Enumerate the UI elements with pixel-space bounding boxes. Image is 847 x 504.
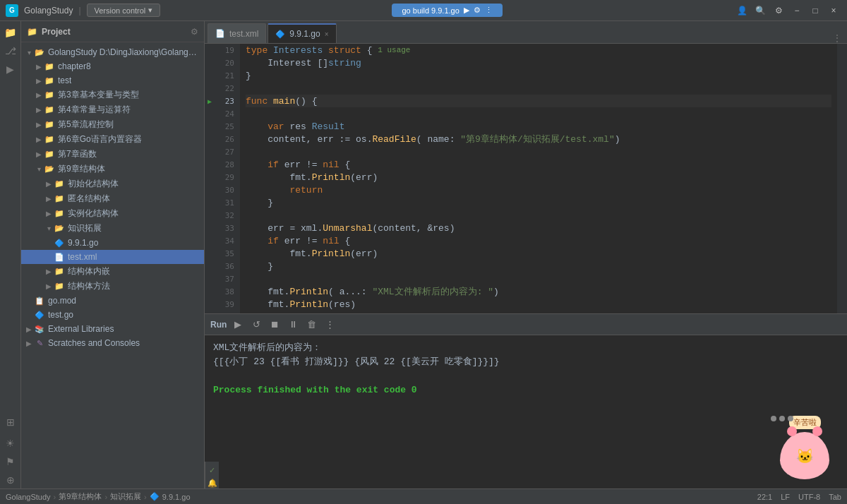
run-toolbar: Run ▶ ↺ ⏹ ⏸ 🗑 ⋮ bbox=[205, 314, 847, 335]
right-sidebar-icon-check[interactable]: ✓ bbox=[207, 464, 218, 476]
code-line-35: fmt.Println(err) bbox=[246, 247, 831, 260]
build-run-button[interactable]: go build 9.9.1.go ▶ ⚙ ⋮ bbox=[392, 4, 502, 17]
tree-item-ch7[interactable]: ▶ 📁 第7章函数 bbox=[21, 147, 204, 162]
settings-gear-icon[interactable]: ⚙ bbox=[771, 3, 786, 18]
tree-label: go.mod bbox=[48, 296, 76, 306]
breadcrumb-file: 9.9.1.go bbox=[162, 493, 191, 501]
tree-item-struct-method[interactable]: ▶ 📁 结构体方法 bbox=[21, 279, 204, 294]
breadcrumb-item: 第9章结构体 bbox=[59, 491, 102, 502]
folder-icon: 📂 bbox=[34, 47, 45, 58]
tab-test.xml[interactable]: 📄 test.xml bbox=[208, 23, 266, 43]
window-controls: 👤 🔍 ⚙ − □ × bbox=[734, 3, 841, 18]
tree-item-ch3[interactable]: ▶ 📁 第3章基本变量与类型 bbox=[21, 88, 204, 102]
tree-item-ch5[interactable]: ▶ 📁 第5章流程控制 bbox=[21, 117, 204, 132]
code-line-21: } bbox=[246, 69, 831, 82]
close-button[interactable]: × bbox=[826, 3, 841, 18]
project-settings-icon[interactable]: ⚙ bbox=[191, 27, 198, 37]
tree-label: 实例化结构体 bbox=[68, 208, 119, 220]
gutter-line: 27 bbox=[205, 145, 240, 158]
mascot-dot bbox=[771, 416, 776, 421]
project-tree: ▾ 📂 GolangStudy D:\DingJiaxiong\GolangSt… bbox=[21, 42, 204, 488]
code-line-29: fmt.Println(err) bbox=[246, 171, 831, 184]
mascot-dot bbox=[788, 416, 793, 421]
right-sidebar-icon-notify[interactable]: 🔔 bbox=[207, 477, 218, 488]
code-line-20: Interest []string bbox=[246, 56, 831, 69]
gutter-line: 19 bbox=[205, 44, 240, 56]
tree-item-test.go[interactable]: 🔷 test.go bbox=[21, 308, 204, 322]
search-icon[interactable]: 🔍 bbox=[752, 3, 768, 18]
app-name: GolangStudy bbox=[24, 6, 73, 16]
sidebar-icon-bookmark[interactable]: ⚑ bbox=[2, 453, 19, 470]
tree-label: 9.9.1.go bbox=[68, 238, 98, 248]
tree-item-9.9.1.go[interactable]: 🔷 9.9.1.go bbox=[21, 236, 204, 250]
cursor-position[interactable]: 22:1 bbox=[757, 493, 772, 501]
tree-item-test[interactable]: ▶ 📁 test bbox=[21, 73, 204, 88]
code-editor[interactable]: 19 20 21 22 ▶23 24 25 26 27 28 29 30 31 … bbox=[205, 44, 847, 313]
code-line-34: if err != nil { bbox=[246, 234, 831, 247]
code-content[interactable]: type Interests struct { 1 usage Interest… bbox=[240, 44, 837, 313]
code-line-38: fmt.Println( a...: "XML文件解析后的内容为: ") bbox=[246, 285, 831, 298]
minimize-button[interactable]: − bbox=[789, 3, 805, 18]
sidebar-icon-event[interactable]: ☀ bbox=[2, 435, 19, 452]
folder-icon: 📁 bbox=[54, 281, 65, 292]
tree-item-scratches[interactable]: ▶ ✎ Scratches and Consoles bbox=[21, 336, 204, 350]
mascot-dots bbox=[771, 416, 793, 421]
line-ending[interactable]: LF bbox=[781, 493, 790, 501]
tree-item-struct-inner[interactable]: ▶ 📁 结构体内嵌 bbox=[21, 264, 204, 279]
arrow-icon: ▶ bbox=[44, 195, 54, 203]
stop-button[interactable]: ⏹ bbox=[268, 318, 282, 332]
tree-item-example-struct[interactable]: ▶ 📁 实例化结构体 bbox=[21, 206, 204, 221]
gutter-line: 22 bbox=[205, 82, 240, 95]
tree-item-chapter8[interactable]: ▶ 📁 chapter8 bbox=[21, 59, 204, 73]
tree-item-ch4[interactable]: ▶ 📁 第4章常量与运算符 bbox=[21, 102, 204, 117]
code-line-33: err = xml.Unmarshal(content, &res) bbox=[246, 222, 831, 234]
gutter-line: 32 bbox=[205, 209, 240, 222]
arrow-icon: ▶ bbox=[34, 63, 44, 71]
tree-item-knowledge[interactable]: ▾ 📂 知识拓展 bbox=[21, 221, 204, 236]
code-line-19: type Interests struct { 1 usage bbox=[246, 44, 831, 56]
breadcrumb-item: 知识拓展 bbox=[110, 491, 141, 502]
rerun-button[interactable]: ↺ bbox=[249, 318, 263, 332]
console-line-1: XML文件解析后的内容为： bbox=[213, 341, 839, 355]
profile-icon[interactable]: 👤 bbox=[734, 3, 750, 18]
console-line-4: Process finished with the exit code 0 bbox=[213, 383, 839, 397]
sidebar-icon-run[interactable]: ▶ bbox=[2, 61, 19, 78]
settings-icon: ⚙ bbox=[474, 6, 481, 15]
tree-item-root[interactable]: ▾ 📂 GolangStudy D:\DingJiaxiong\GolangSt… bbox=[21, 45, 204, 59]
sidebar-icon-terminal[interactable]: ⊞ bbox=[2, 414, 19, 431]
tab-actions[interactable]: ⋮ bbox=[833, 33, 847, 43]
tree-item-go.mod[interactable]: 📋 go.mod bbox=[21, 294, 204, 308]
tree-item-init-struct[interactable]: ▶ 📁 初始化结构体 bbox=[21, 176, 204, 191]
tree-item-test.xml[interactable]: 📄 test.xml bbox=[21, 250, 204, 264]
tab-9.9.1.go[interactable]: 🔷 9.9.1.go × bbox=[268, 23, 336, 43]
code-line-37 bbox=[246, 272, 831, 285]
tree-label: External Libraries bbox=[48, 324, 114, 334]
maximize-button[interactable]: □ bbox=[807, 3, 823, 18]
folder-icon: 📁 bbox=[44, 119, 55, 131]
editor-scrollbar[interactable] bbox=[837, 44, 847, 313]
tree-item-ch9[interactable]: ▾ 📂 第9章结构体 bbox=[21, 162, 204, 176]
arrow-icon: ▶ bbox=[34, 121, 44, 128]
pause-button[interactable]: ⏸ bbox=[286, 318, 300, 332]
tab-close-button[interactable]: × bbox=[325, 30, 329, 38]
sidebar-icon-commit[interactable]: ⎇ bbox=[2, 42, 19, 59]
tree-item-ch6[interactable]: ▶ 📁 第6章Go语言内置容器 bbox=[21, 132, 204, 147]
arrow-icon: ▾ bbox=[24, 49, 34, 56]
tree-label: 初始化结构体 bbox=[68, 178, 119, 190]
tree-item-ext-libs[interactable]: ▶ 📚 External Libraries bbox=[21, 322, 204, 336]
run-button[interactable]: ▶ bbox=[231, 318, 245, 332]
play-icon: ▶ bbox=[464, 6, 469, 15]
clear-button[interactable]: 🗑 bbox=[304, 318, 318, 332]
project-header: 📁 Project ⚙ bbox=[21, 21, 204, 42]
tree-item-anon-struct[interactable]: ▶ 📁 匿名结构体 bbox=[21, 191, 204, 206]
code-line-27 bbox=[246, 145, 831, 158]
gutter-line: 33 bbox=[205, 222, 240, 234]
version-control-btn[interactable]: Version control ▾ bbox=[87, 4, 161, 17]
mascot-body: 🐱 bbox=[780, 432, 829, 462]
sidebar-icon-git[interactable]: ⊕ bbox=[2, 472, 19, 488]
more-options-icon[interactable]: ⋮ bbox=[323, 318, 337, 332]
indent-mode[interactable]: Tab bbox=[829, 493, 841, 501]
console-output: XML文件解析后的内容为： {[{小丁 23 {[看书 打游戏]}} {风风 2… bbox=[205, 335, 847, 462]
charset[interactable]: UTF-8 bbox=[798, 493, 820, 501]
sidebar-icon-folder[interactable]: 📁 bbox=[2, 24, 19, 41]
